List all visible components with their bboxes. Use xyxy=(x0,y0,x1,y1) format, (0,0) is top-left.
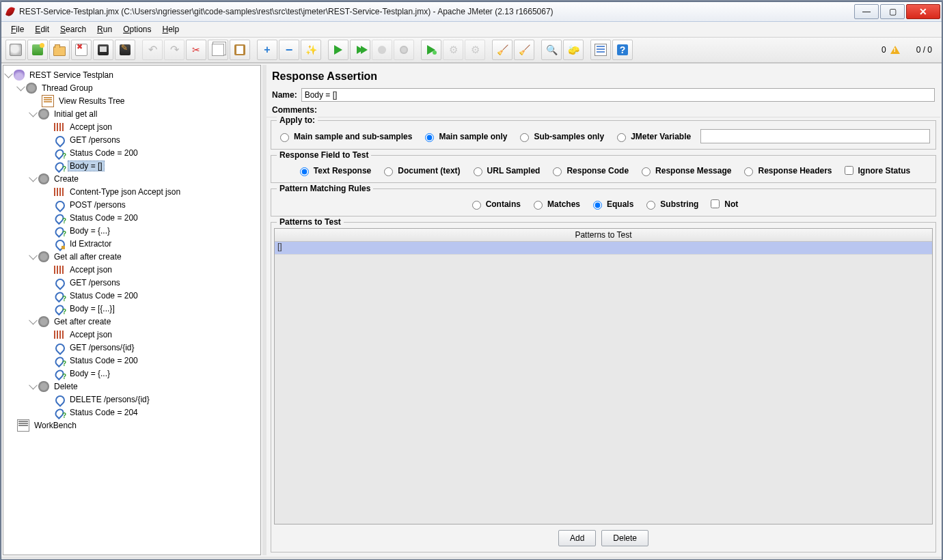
remote-stop-button[interactable]: ⚙ xyxy=(443,40,463,60)
collapse-button[interactable]: − xyxy=(279,40,299,60)
tree-node-workbench[interactable]: WorkBench xyxy=(5,419,259,432)
radio-main-only[interactable]: Main sample only xyxy=(422,131,507,142)
check-ignore-status[interactable]: Ignore Status xyxy=(842,164,911,177)
tree-node[interactable]: GET /persons xyxy=(5,276,259,289)
delete-button[interactable]: Delete xyxy=(601,530,648,546)
name-input[interactable] xyxy=(301,88,935,102)
radio-contains[interactable]: Contains xyxy=(469,199,521,210)
radio-document[interactable]: Document (text) xyxy=(381,165,460,176)
tree-node[interactable]: Status Code = 200 xyxy=(5,354,259,367)
tree-node[interactable]: Status Code = 200 xyxy=(5,289,259,302)
toggle-icon[interactable] xyxy=(5,71,12,79)
new-button[interactable] xyxy=(5,40,26,60)
radio-jmeter-var[interactable]: JMeter Variable xyxy=(614,131,691,142)
start-no-pause-button[interactable] xyxy=(350,40,370,60)
clear-all-button[interactable]: 🧹 xyxy=(514,40,534,60)
tree-node[interactable]: Body = {...} xyxy=(5,224,259,237)
close-button[interactable]: ✕ xyxy=(906,4,940,19)
pattern-row[interactable]: [] xyxy=(275,242,932,255)
radio-matches[interactable]: Matches xyxy=(530,199,580,210)
tree-node[interactable]: POST /persons xyxy=(5,198,259,211)
radio-url-sampled[interactable]: URL Sampled xyxy=(470,165,541,176)
menu-options[interactable]: Options xyxy=(118,23,156,36)
tree-pane[interactable]: REST Service Testplan Thread Group View … xyxy=(3,65,261,555)
paste-button[interactable] xyxy=(230,40,250,60)
app-window: REST-Service-Testplan.jmx (C:\Users\ngri… xyxy=(1,1,942,560)
tree-node[interactable]: Id Extractor xyxy=(5,237,259,250)
tree-node[interactable]: Body = {...} xyxy=(5,367,259,380)
cut-button[interactable]: ✂ xyxy=(186,40,206,60)
menu-search[interactable]: Search xyxy=(55,23,92,36)
tree-node[interactable]: Status Code = 204 xyxy=(5,406,259,419)
remote-shutdown-button[interactable]: ⚙ xyxy=(465,40,485,60)
tree-node-initial[interactable]: Initial get all xyxy=(5,107,259,120)
toggle-icon[interactable] xyxy=(29,253,37,260)
tree-node-testplan[interactable]: REST Service Testplan xyxy=(5,68,259,81)
menu-run[interactable]: Run xyxy=(92,23,118,36)
help-button[interactable]: ? xyxy=(612,40,633,60)
broom-icon: 🧹 xyxy=(497,44,508,55)
remote-start-button[interactable] xyxy=(421,40,441,60)
save-button[interactable] xyxy=(93,40,113,60)
tree-node[interactable]: GET /persons xyxy=(5,133,259,146)
tree-node[interactable]: Content-Type json Accept json xyxy=(5,185,259,198)
clear-button[interactable]: 🧹 xyxy=(492,40,512,60)
tree-node-delete[interactable]: Delete xyxy=(5,380,259,393)
tree-node-selected[interactable]: Body = [] xyxy=(5,159,259,172)
tree-node-getafter[interactable]: Get after create xyxy=(5,315,259,328)
tree-node[interactable]: Accept json xyxy=(5,263,259,276)
save-as-button[interactable] xyxy=(115,40,135,60)
patterns-table[interactable]: Patterns to Test [] xyxy=(274,228,933,524)
reset-search-button[interactable]: 🧽 xyxy=(563,40,584,60)
toggle-button[interactable]: ✨ xyxy=(301,40,321,60)
save-as-icon xyxy=(120,44,131,55)
menu-help[interactable]: Help xyxy=(157,23,185,36)
copy-button[interactable] xyxy=(208,40,228,60)
tree-node[interactable]: GET /persons/{id} xyxy=(5,341,259,354)
menu-edit[interactable]: Edit xyxy=(29,23,55,36)
shutdown-button[interactable] xyxy=(394,40,414,60)
expand-button[interactable]: + xyxy=(257,40,277,60)
redo-button[interactable]: ↷ xyxy=(164,40,184,60)
tree-node[interactable]: Status Code = 200 xyxy=(5,146,259,159)
open-button[interactable] xyxy=(49,40,70,60)
minimize-button[interactable]: — xyxy=(854,4,879,19)
toggle-icon[interactable] xyxy=(29,175,37,182)
menu-file[interactable]: File xyxy=(5,23,29,36)
maximize-button[interactable]: ▢ xyxy=(880,4,905,19)
undo-button[interactable]: ↶ xyxy=(142,40,163,60)
tree-node[interactable]: Status Code = 200 xyxy=(5,211,259,224)
search-tree-button[interactable]: 🔍 xyxy=(541,40,562,60)
toggle-icon[interactable] xyxy=(17,84,25,92)
tree-node-create[interactable]: Create xyxy=(5,172,259,185)
toggle-icon[interactable] xyxy=(29,382,37,390)
pipette-icon xyxy=(54,342,65,353)
function-helper-button[interactable] xyxy=(590,40,611,60)
jmeter-variable-input[interactable] xyxy=(700,129,930,143)
tree-node[interactable]: Accept json xyxy=(5,120,259,133)
templates-button[interactable] xyxy=(27,40,48,60)
toggle-icon[interactable] xyxy=(29,110,37,117)
radio-substring[interactable]: Substring xyxy=(643,199,698,210)
radio-main-sub[interactable]: Main sample and sub-samples xyxy=(277,131,412,142)
tree-node[interactable]: Accept json xyxy=(5,328,259,341)
stop-button[interactable] xyxy=(372,40,392,60)
save-icon xyxy=(98,44,109,55)
radio-response-message[interactable]: Response Message xyxy=(638,165,731,176)
tree-node-view-results[interactable]: View Results Tree xyxy=(5,94,259,107)
start-button[interactable] xyxy=(328,40,348,60)
radio-response-code[interactable]: Response Code xyxy=(549,165,629,176)
radio-text-response[interactable]: Text Response xyxy=(297,165,371,176)
patterns-body[interactable] xyxy=(275,255,932,524)
add-button[interactable]: Add xyxy=(558,530,596,546)
radio-response-headers[interactable]: Response Headers xyxy=(741,165,832,176)
tree-node[interactable]: DELETE /persons/{id} xyxy=(5,393,259,406)
check-not[interactable]: Not xyxy=(708,197,738,210)
close-file-button[interactable] xyxy=(71,40,92,60)
radio-sub-only[interactable]: Sub-samples only xyxy=(517,131,604,142)
tree-node-getallafter[interactable]: Get all after create xyxy=(5,250,259,263)
toggle-icon[interactable] xyxy=(29,318,37,325)
tree-node[interactable]: Body = [{...}] xyxy=(5,302,259,315)
radio-equals[interactable]: Equals xyxy=(590,199,633,210)
tree-node-thread-group[interactable]: Thread Group xyxy=(5,81,259,94)
